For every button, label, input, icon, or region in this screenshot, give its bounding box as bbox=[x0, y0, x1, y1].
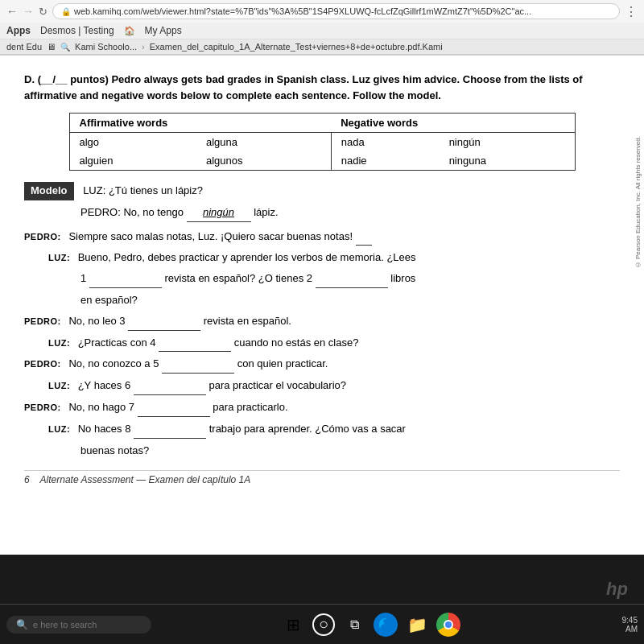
pedro-text-1: Siempre saco malas notas, Luz. ¡Quiero s… bbox=[68, 230, 353, 242]
vocab-nadie: nadie bbox=[331, 151, 439, 170]
vocab-ningun: ningún bbox=[440, 133, 575, 152]
search-icon-small: 🔍 bbox=[60, 43, 70, 52]
kami-school: Kami Schoolo... bbox=[75, 42, 137, 52]
content-wrapper: D. (__/__ puntos) Pedro always gets bad … bbox=[0, 56, 644, 555]
dialog-numbered-1: 1 revista en español? ¿O tienes 2 libros bbox=[80, 270, 620, 288]
forward-icon[interactable]: → bbox=[23, 5, 34, 18]
luz-text-2: ¿Practicas con 4 bbox=[78, 336, 156, 349]
luz-text-4: No haces 8 bbox=[78, 423, 131, 435]
edge-icon[interactable] bbox=[374, 613, 398, 637]
chrome-icon[interactable] bbox=[436, 613, 460, 637]
modelo-section: Modelo LUZ: ¿Tú tienes un lápiz? PEDRO: … bbox=[24, 182, 620, 222]
apps-bookmark[interactable]: Apps bbox=[6, 25, 31, 36]
modelo-line-luz: Modelo LUZ: ¿Tú tienes un lápiz? bbox=[24, 182, 620, 200]
speaker-luz-3: LUZ: bbox=[48, 381, 70, 390]
search-input[interactable] bbox=[33, 620, 130, 630]
pedro-end-3: con quien practicar. bbox=[237, 357, 328, 369]
vocab-ninguna: ninguna bbox=[440, 151, 575, 170]
page-dash: — bbox=[136, 474, 146, 485]
desmos-bookmark[interactable]: Desmos | Testing bbox=[40, 25, 114, 36]
taskview-icon[interactable]: ⧉ bbox=[341, 612, 367, 638]
menu-icon[interactable]: ⋮ bbox=[625, 4, 638, 19]
blank-2 bbox=[316, 270, 388, 288]
speaker-pedro-3: PEDRO: bbox=[24, 359, 61, 369]
dialog-luz-3: LUZ: ¿Y haces 6 para practicar el vocabu… bbox=[48, 378, 620, 395]
speaker-pedro-1: PEDRO: bbox=[24, 232, 61, 242]
search-box[interactable]: 🔍 bbox=[6, 616, 151, 634]
modelo-line-pedro: PEDRO: No, no tengo ningún lápiz. bbox=[80, 204, 620, 222]
blank-6 bbox=[134, 378, 206, 395]
end-text-1: libros bbox=[390, 272, 415, 284]
dialog-luz-1: LUZ: Bueno, Pedro, debes practicar y apr… bbox=[48, 250, 620, 266]
page-title: Examen del capítulo 1A bbox=[149, 474, 251, 485]
address-bar[interactable]: 🔒 web.kamihq.com/web/viewer.html?state=%… bbox=[52, 3, 620, 19]
vocab-table: Affirmative words Negative words algo al… bbox=[69, 113, 576, 171]
speaker-pedro-4: PEDRO: bbox=[24, 402, 61, 412]
page-number-line: 6 Alternate Assessment — Examen del capí… bbox=[24, 470, 620, 485]
modelo-end: lápiz. bbox=[254, 206, 278, 218]
back-icon[interactable]: ← bbox=[6, 5, 18, 18]
col1-header: Affirmative words bbox=[70, 114, 332, 133]
pedro-text-3: No, no conozco a 5 bbox=[68, 357, 159, 369]
mid-text-1: revista en español? ¿O tienes 2 bbox=[164, 272, 312, 284]
myapps-bookmark[interactable]: My Apps bbox=[145, 25, 182, 36]
modelo-label: Modelo bbox=[24, 182, 74, 200]
speaker-pedro-2: PEDRO: bbox=[24, 316, 61, 326]
modelo-filled-blank: ningún bbox=[187, 204, 251, 222]
continued-text-1: en español? bbox=[80, 294, 138, 306]
luz-continued: buenas notas? bbox=[80, 444, 149, 456]
blank-4 bbox=[159, 335, 231, 353]
hp-logo: hp bbox=[606, 579, 628, 600]
blank-5 bbox=[162, 356, 234, 374]
refresh-icon[interactable]: ↻ bbox=[39, 6, 47, 18]
luz-end-3: para practicar el vocabulario? bbox=[208, 379, 346, 391]
speaker-luz-2: LUZ: bbox=[48, 338, 70, 348]
taskbar: 🔍 ⊞ ○ ⧉ 📁 9:45 AM bbox=[0, 604, 644, 644]
blank-3 bbox=[128, 313, 200, 331]
search-icon: 🔍 bbox=[16, 619, 28, 630]
modelo-pedro-text: PEDRO: No, no tengo bbox=[80, 206, 184, 218]
search-taskbar-icon[interactable]: ○ bbox=[312, 613, 335, 636]
browser-chrome: ← → ↻ 🔒 web.kamihq.com/web/viewer.html?s… bbox=[0, 0, 644, 56]
modelo-luz-text: LUZ: ¿Tú tienes un lápiz? bbox=[83, 184, 203, 196]
pedro-text-2: No, no leo 3 bbox=[68, 315, 125, 327]
taskbar-icons: ⊞ ○ ⧉ 📁 bbox=[155, 612, 586, 638]
bookmarks-row: Apps Desmos | Testing 🏠 My Apps bbox=[0, 23, 644, 39]
section-blank: (__/__ bbox=[38, 73, 68, 85]
breadcrumb-file: Examen_del_capitulo_1A_Alternate_Test+vi… bbox=[150, 42, 443, 52]
vocab-alguna: alguna bbox=[196, 133, 331, 152]
url-text: web.kamihq.com/web/viewer.html?state=%7B… bbox=[74, 6, 531, 16]
date-display: AM bbox=[589, 625, 638, 634]
dialog-pedro-1: PEDRO: Siempre saco malas notas, Luz. ¡Q… bbox=[24, 229, 620, 246]
dialog-luz-2: LUZ: ¿Practicas con 4 cuando no estás en… bbox=[48, 335, 620, 353]
second-bar: dent Edu 🖥 🔍 Kami Schoolo... › Examen_de… bbox=[0, 39, 644, 55]
time-display: 9:45 bbox=[589, 616, 638, 625]
pedro-end-4: para practicarlo. bbox=[213, 401, 287, 413]
blank-8 bbox=[134, 421, 206, 439]
section-header: D. (__/__ puntos) Pedro always gets bad … bbox=[24, 72, 620, 103]
dialog-luz-4: LUZ: No haces 8 trabajo para aprender. ¿… bbox=[48, 421, 620, 439]
monitor-icon: 🖥 bbox=[47, 42, 56, 52]
windows-icon[interactable]: ⊞ bbox=[280, 612, 306, 638]
blank-1 bbox=[89, 270, 162, 288]
luz-end-2: cuando no estás en clase? bbox=[234, 336, 359, 349]
vocab-algunos: algunos bbox=[196, 151, 331, 170]
num-1: 1 bbox=[80, 272, 86, 284]
worksheet: D. (__/__ puntos) Pedro always gets bad … bbox=[24, 72, 620, 485]
page-label: Alternate Assessment bbox=[40, 474, 134, 485]
lock-icon: 🔒 bbox=[61, 7, 71, 16]
side-text: © Pearson Education, Inc. All rights res… bbox=[634, 136, 642, 268]
dialog-pedro-2: PEDRO: No, no leo 3 revista en español. bbox=[24, 313, 620, 331]
folder-icon[interactable]: 📁 bbox=[404, 612, 430, 638]
pedro-end-2: revista en español. bbox=[204, 315, 291, 327]
vocab-alguien: alguien bbox=[70, 151, 196, 170]
luz-text-3: ¿Y haces 6 bbox=[78, 379, 131, 391]
pedro-text-4: No, no hago 7 bbox=[68, 401, 134, 413]
blank-7 bbox=[138, 399, 210, 417]
luz-end-4: trabajo para aprender. ¿Cómo vas a sacar bbox=[209, 423, 406, 435]
vocab-nada: nada bbox=[331, 133, 439, 152]
section-label: D. bbox=[24, 73, 35, 85]
page-number: 6 bbox=[24, 474, 30, 485]
clock-area: 9:45 AM bbox=[589, 616, 638, 634]
bookmark-icon: 🏠 bbox=[124, 26, 135, 36]
